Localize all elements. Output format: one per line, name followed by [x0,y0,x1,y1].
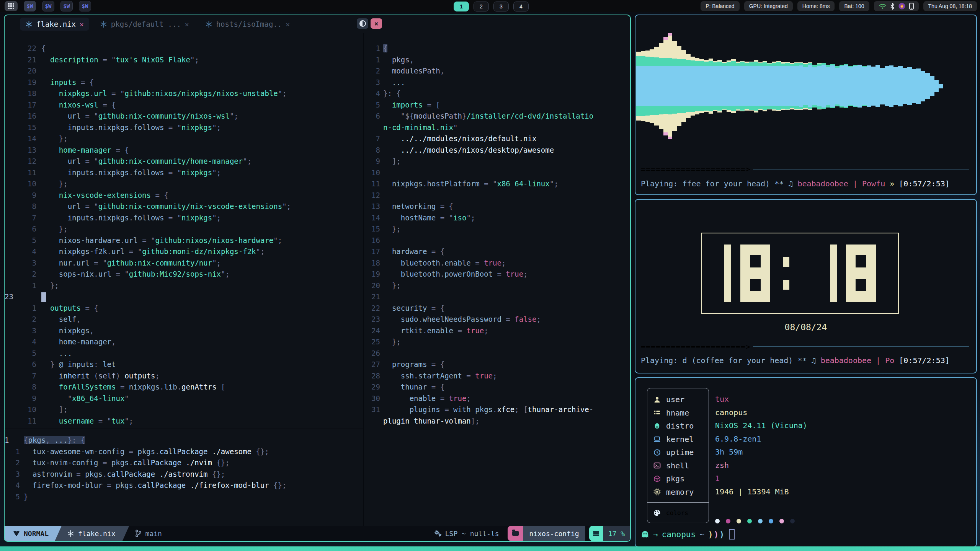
code-line: 2 tux-nvim-config = pkgs.callPackage ./n… [5,457,363,469]
code-line: 15 }; [366,223,631,235]
workspace-button-4[interactable]: $W [79,1,91,11]
code-line: 26 [366,348,631,359]
terminal-color-dots [715,519,795,523]
code-line: 23 sudo.wheelNeedsPassword = false; [366,314,631,325]
code-line: 7 inherit (self) outputs; [5,370,363,382]
audio-visualizer [636,31,943,142]
code-line: 29 thunar = { [366,381,631,393]
fetch-row-shell: shell [647,459,709,473]
code-line: 7 ../../modules/nixos/default.nix [366,133,631,145]
fetch-value-pkgs: 1 [715,472,807,485]
music-progress-separator-2: =====================> [641,342,969,351]
color-dot-5 [769,519,773,523]
fetch-terminal-window[interactable]: userhnamedistrokerneluptimeshellpkgsmemo… [635,377,977,547]
wifi-icon [879,3,886,9]
workspace-buttons: $W$W$W$W [24,1,97,11]
code-line: 19 inputs = { [5,77,363,88]
code-line: 19 bluetooth.powerOnBoot = true; [366,269,631,280]
code-line: 2 modulesPath, [366,65,631,77]
code-line: 1 outputs = { [5,303,363,314]
fetch-value-hname: canopus [715,406,807,419]
status-pill-2: Home: 8ms [797,1,835,11]
code-line: 9 nix-vscode-extensions = { [5,190,363,201]
code-line: 12 url = "github:nix-community/home-mana… [5,156,363,167]
clock-window[interactable]: 08/08/24 =====================> Playing:… [635,199,977,373]
shell-icon [653,462,661,469]
gears-icon [434,530,442,537]
workspace-button-2[interactable]: $W [42,1,54,11]
nix-snowflake-icon [25,21,33,28]
nix-snowflake-icon [205,21,212,28]
window-close-button[interactable]: × [371,18,382,29]
fetch-values: tuxcanopusNixOS 24.11 (Vicuna)6.9.8-zen1… [715,393,807,498]
workspace-button-1[interactable]: $W [24,1,36,11]
code-line: 11 username = "tux"; [5,416,363,427]
app-launcher-button[interactable] [5,1,18,11]
shell-prompt[interactable]: → canopus ~ ))) [641,529,735,540]
statusline-filename: flake.nix [54,526,129,541]
code-line: 25 }; [366,336,631,348]
code-line: 12 [366,190,631,201]
system-tray[interactable] [874,1,919,11]
buffer-tab-hosts/isoImag..[interactable]: hosts/isoImag..× [200,18,295,31]
editor-pane-iso-image[interactable]: 1{1 pkgs,2 modulesPath,3 ...4}: {5 impor… [364,33,631,537]
code-line: 10 [366,167,631,179]
fetch-row-pkgs: pkgs [647,472,709,486]
fetch-value-kernel: 6.9.8-zen1 [715,432,807,446]
topbar-tag-4[interactable]: 4 [513,2,529,11]
code-line: 20 }; [366,280,631,292]
fetch-value-user: tux [715,393,807,406]
color-dot-7 [790,519,795,523]
code-line: 3 astronvim = pkgs.callPackage ./astronv… [5,469,363,480]
status-pills: P: BalancedGPU: IntegratedHome: 8msBat: … [701,1,977,11]
ghost-icon [641,530,649,539]
code-line: 22 security = { [366,303,631,314]
code-line: 16 url = "github:nix-community/nixos-wsl… [5,111,363,122]
code-line: 6 } @ inputs: let [5,359,363,370]
topbar-tag-3[interactable]: 3 [493,2,509,11]
code-line: 8 url = "github:nix-community/nix-vscode… [5,201,363,212]
status-pill-0: P: Balanced [701,1,740,11]
code-line: 17 hardware = { [366,246,631,258]
code-line: 22{ [5,43,363,54]
workspace-button-3[interactable]: $W [60,1,73,11]
code-line: 2 sops-nix.url = "github:Mic92/sops-nix"… [5,269,363,280]
close-buffer-icon[interactable]: × [185,20,189,28]
status-pill-3: Bat: 100 [839,1,869,11]
hostname-icon [653,409,661,416]
code-line: 2 self, [5,314,363,325]
git-branch-icon [135,530,142,537]
close-buffer-icon[interactable]: × [286,20,290,28]
code-line: 9 "x86_64-linux" [5,393,363,404]
color-dot-1 [726,519,730,523]
code-line: 11 inputs.nixpkgs.follows = "nixpkgs"; [5,167,363,179]
now-playing-text-2: Playing: d (coffee for your head) ** ♫ b… [641,356,950,365]
user-icon [653,396,661,403]
fetch-row-user: user [647,393,709,406]
color-dot-6 [779,519,784,523]
bluetooth-icon [890,3,895,10]
now-playing-text: Playing: ffee for your head) ** ♫ beabad… [641,179,950,188]
neovim-window[interactable]: flake.nix×pkgs/default ...×hosts/isoImag… [4,15,631,542]
distro-icon [653,422,661,430]
lines-icon [593,531,599,536]
buffer-tab-flake.nix[interactable]: flake.nix× [20,18,89,31]
fetch-value-memory: 1946 | 15394 MiB [715,485,807,499]
code-line: 8 forAllSystems = nixpkgs.lib.genAttrs [ [5,381,363,393]
music-progress-separator: =====================> [641,165,969,174]
editor-pane-flake-nix[interactable]: 22{21 description = "tux's NixOS Flake";… [5,33,363,439]
editor-pane-pkgs-default[interactable]: 1{pkgs, ...}: {1 tux-awesome-wm-config =… [5,429,363,533]
theme-toggle-button[interactable] [357,18,368,29]
buffer-tab-pkgs/default ...[interactable]: pkgs/default ...× [95,18,194,31]
memory-icon [653,488,661,496]
bufferline: flake.nix×pkgs/default ...×hosts/isoImag… [5,15,630,33]
clock-pill: Thu Aug 08, 18:18 [923,1,977,11]
topbar-tag-1[interactable]: 1 [454,2,469,11]
code-line: 7 inputs.nixpkgs.follows = "nixpkgs"; [5,212,363,224]
fetch-row-distro: distro [647,419,709,433]
code-line: 13 home-manager = { [5,145,363,156]
close-buffer-icon[interactable]: × [80,20,84,28]
music-visualizer-window[interactable]: =====================> Playing: ffee for… [635,15,977,195]
fetch-row-uptime: uptime [647,446,709,459]
topbar-tag-2[interactable]: 2 [474,2,489,11]
